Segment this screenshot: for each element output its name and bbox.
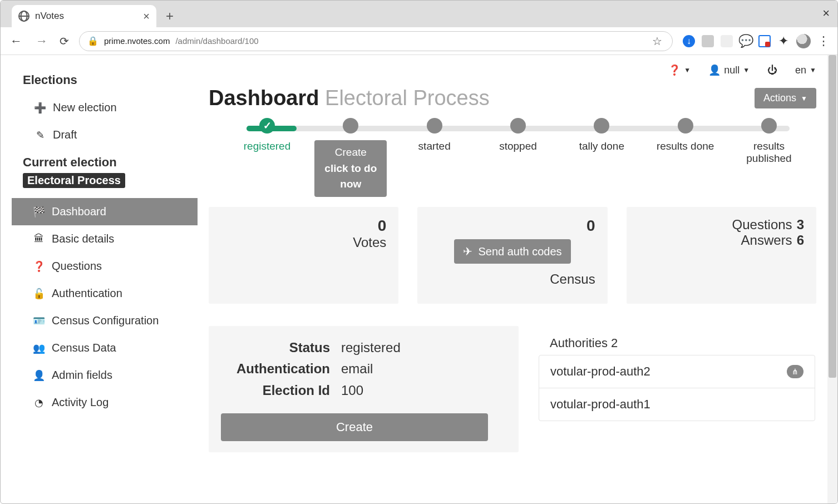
step-create-popup[interactable]: Create click to do now xyxy=(314,140,387,197)
step-registered[interactable]: registered xyxy=(231,118,303,165)
progress-steps: registered Create click to do now starte… xyxy=(231,118,805,196)
browser-window: nVotes × + × ← → ⟳ 🔒 prime.nvotes.com/ad… xyxy=(0,0,838,504)
step-started[interactable]: started xyxy=(398,118,471,165)
step-dot xyxy=(678,118,693,134)
census-count: 0 xyxy=(430,217,595,235)
close-window-icon[interactable]: × xyxy=(822,6,830,21)
answers-count: 6 xyxy=(797,233,804,248)
step-label: tally done xyxy=(579,140,624,152)
user-icon: 👤 xyxy=(708,64,721,76)
nav-label: Authentication xyxy=(52,287,122,300)
step-dot xyxy=(510,118,526,134)
step-stopped[interactable]: stopped xyxy=(482,118,554,165)
plus-circle-icon: ➕ xyxy=(34,102,46,114)
send-auth-codes-button[interactable]: ✈ Send auth codes xyxy=(454,239,570,264)
user-dropdown[interactable]: 👤 null ▼ xyxy=(708,64,750,76)
actions-label: Actions xyxy=(763,92,796,104)
question-icon: ❓ xyxy=(33,260,45,273)
language-dropdown[interactable]: en ▼ xyxy=(795,65,816,76)
election-id-value: 100 xyxy=(341,380,363,401)
browser-tab[interactable]: nVotes × xyxy=(12,5,156,27)
browser-menu-icon[interactable]: ⋮ xyxy=(817,34,830,48)
step-label: results published xyxy=(733,140,805,165)
stat-cards: 0 Votes 0 ✈ Send auth codes Census Quest… xyxy=(209,207,816,304)
nav-questions[interactable]: ❓ Questions xyxy=(12,253,198,280)
edit-icon: ✎ xyxy=(34,129,46,141)
nav-admin-fields[interactable]: 👤 Admin fields xyxy=(12,362,198,389)
nav-label: Questions xyxy=(52,260,102,273)
extension-icon[interactable] xyxy=(721,35,733,47)
forward-button[interactable]: → xyxy=(34,34,50,48)
qa-card: Questions 3 Answers 6 xyxy=(627,207,816,304)
sidebar-item-label: Draft xyxy=(53,129,77,141)
sidebar-nav: 🏁 Dashboard 🏛 Basic details ❓ Questions … xyxy=(12,198,198,416)
network-icon: ⋔ xyxy=(787,365,804,378)
unlock-icon: 🔓 xyxy=(33,288,45,300)
auth-value: email xyxy=(341,358,373,379)
url-path: /admin/dashboard/100 xyxy=(175,36,258,46)
url-input[interactable]: 🔒 prime.nvotes.com/admin/dashboard/100 ☆ xyxy=(79,31,673,51)
chart-pie-icon: ◔ xyxy=(33,397,45,409)
step-results-published[interactable]: results published xyxy=(733,118,805,165)
power-button[interactable]: ⏻ xyxy=(767,65,777,76)
popup-line-1: Create xyxy=(322,145,379,161)
extension-icons: ↓ 💬 ✦ ⋮ xyxy=(683,34,830,48)
new-election-link[interactable]: ➕ New election xyxy=(12,94,198,121)
reload-button[interactable]: ⟳ xyxy=(60,34,69,48)
create-button[interactable]: Create xyxy=(221,413,488,441)
votes-card: 0 Votes xyxy=(209,207,398,304)
nav-activity-log[interactable]: ◔ Activity Log xyxy=(12,389,198,416)
step-create[interactable]: Create click to do now xyxy=(314,118,387,165)
authorities-title: Authorities 2 xyxy=(538,326,816,355)
votes-label: Votes xyxy=(221,235,386,250)
step-tally-done[interactable]: tally done xyxy=(565,118,638,165)
authority-item[interactable]: votular-prod-auth2 ⋔ xyxy=(539,355,815,388)
census-card: 0 ✈ Send auth codes Census xyxy=(417,207,607,304)
extension-icon[interactable]: ↓ xyxy=(683,35,695,47)
extension-icon[interactable] xyxy=(702,35,714,47)
scrollbar-track[interactable] xyxy=(827,55,837,503)
questions-label: Questions xyxy=(732,217,792,233)
nav-basic-details[interactable]: 🏛 Basic details xyxy=(12,225,198,253)
url-host: prime.nvotes.com xyxy=(104,36,170,46)
close-tab-icon[interactable]: × xyxy=(143,10,150,23)
help-dropdown[interactable]: ❓ ▼ xyxy=(668,64,691,76)
nav-label: Admin fields xyxy=(52,369,112,382)
question-circle-icon: ❓ xyxy=(668,64,681,76)
election-id-key: Election Id xyxy=(224,380,341,401)
bookmark-icon[interactable]: ☆ xyxy=(652,34,662,48)
caret-down-icon: ▼ xyxy=(801,95,807,102)
nav-census-data[interactable]: 👥 Census Data xyxy=(12,334,198,362)
caret-down-icon: ▼ xyxy=(743,66,750,74)
draft-link[interactable]: ✎ Draft xyxy=(12,121,198,149)
step-dot xyxy=(259,118,275,134)
current-election-label: Current election xyxy=(12,149,198,172)
current-election-name: Electoral Process xyxy=(23,173,125,188)
nav-authentication[interactable]: 🔓 Authentication xyxy=(12,280,198,307)
actions-dropdown[interactable]: Actions ▼ xyxy=(755,88,816,108)
step-results-done[interactable]: results done xyxy=(649,118,722,165)
answers-label: Answers xyxy=(741,233,792,248)
back-button[interactable]: ← xyxy=(8,34,24,48)
authority-name: votular-prod-auth2 xyxy=(550,364,650,379)
authority-name: votular-prod-auth1 xyxy=(550,397,650,412)
nav-dashboard[interactable]: 🏁 Dashboard xyxy=(12,198,198,225)
step-dot xyxy=(427,118,442,134)
user-icon: 👤 xyxy=(33,369,45,382)
extension-icon[interactable]: 💬 xyxy=(740,35,752,47)
votes-count: 0 xyxy=(221,217,386,235)
extension-icon[interactable] xyxy=(758,35,771,47)
new-tab-button[interactable]: + xyxy=(160,6,180,26)
info-row: Statusregistered Authenticationemail Ele… xyxy=(209,326,816,452)
profile-avatar[interactable] xyxy=(796,34,811,48)
heading-main: Dashboard xyxy=(209,86,319,110)
main-content: ❓ ▼ 👤 null ▼ ⏻ en ▼ xyxy=(198,55,827,503)
nav-census-config[interactable]: 🪪 Census Configuration xyxy=(12,307,198,334)
authority-item[interactable]: votular-prod-auth1 xyxy=(539,388,815,421)
nav-label: Census Configuration xyxy=(52,314,159,327)
extensions-button[interactable]: ✦ xyxy=(777,35,790,47)
top-toolbar: ❓ ▼ 👤 null ▼ ⏻ en ▼ xyxy=(209,64,816,76)
scrollbar-thumb[interactable] xyxy=(829,55,836,378)
caret-down-icon: ▼ xyxy=(684,66,691,74)
user-label: null xyxy=(724,65,740,76)
